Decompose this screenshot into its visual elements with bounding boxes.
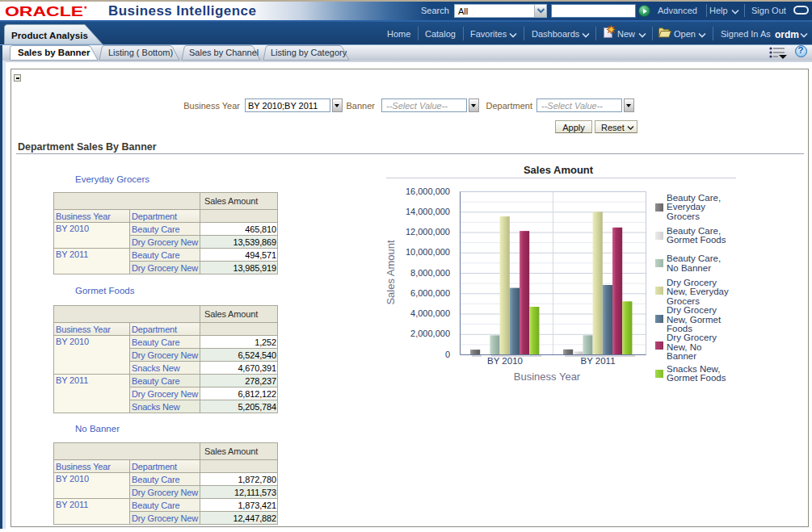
svg-text:ORACLE: ORACLE: [5, 6, 83, 17]
